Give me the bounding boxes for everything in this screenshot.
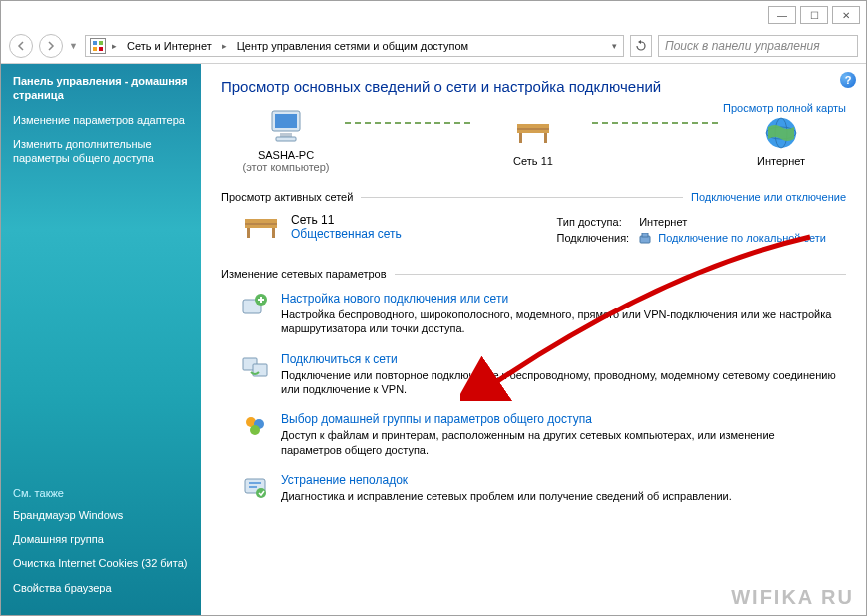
- homegroup-icon: [241, 412, 269, 440]
- map-node-sublabel: (этот компьютер): [242, 161, 329, 173]
- map-connector: [592, 122, 722, 124]
- control-panel-icon: [90, 38, 106, 54]
- chevron-right-icon: ▸: [110, 41, 119, 51]
- svg-rect-6: [280, 133, 292, 137]
- window: — ☐ ✕ ▼ ▸ Сеть и Интернет ▸ Центр управл…: [0, 0, 867, 616]
- sidebar-seealso-homegroup[interactable]: Домашняя группа: [13, 532, 189, 546]
- sidebar-home-link[interactable]: Панель управления - домашняя страница: [13, 74, 189, 103]
- sidebar-seealso-browser[interactable]: Свойства браузера: [13, 581, 189, 595]
- seealso-heading: См. также: [13, 486, 189, 500]
- svg-rect-2: [93, 47, 97, 51]
- breadcrumb-item[interactable]: Центр управления сетями и общим доступом: [233, 40, 472, 52]
- full-map-link[interactable]: Просмотр полной карты: [723, 102, 846, 114]
- section-label: Изменение сетевых параметров: [221, 268, 387, 280]
- chevron-down-icon[interactable]: ▾: [610, 41, 619, 51]
- svg-rect-19: [272, 228, 275, 238]
- sidebar: Панель управления - домашняя страница Из…: [1, 64, 201, 615]
- arrow-left-icon: [16, 41, 26, 51]
- page-title: Просмотр основных сведений о сети и наст…: [221, 78, 846, 95]
- param-desc: Подключение или повторное подключение к …: [281, 368, 836, 397]
- sidebar-seealso-firewall[interactable]: Брандмауэр Windows: [13, 508, 189, 522]
- bench-icon: [513, 115, 553, 151]
- minimize-button[interactable]: —: [768, 6, 796, 24]
- svg-point-29: [250, 425, 260, 435]
- param-title[interactable]: Устранение неполадок: [281, 473, 732, 487]
- param-item-new-connection[interactable]: Настройка нового подключения или сети На…: [221, 286, 846, 346]
- connect-network-icon: [241, 352, 269, 380]
- network-type-link[interactable]: Общественная сеть: [291, 227, 402, 241]
- svg-rect-11: [544, 133, 547, 143]
- svg-rect-3: [99, 47, 103, 51]
- arrow-right-icon: [46, 41, 56, 51]
- troubleshoot-icon: [241, 473, 269, 501]
- connection-link[interactable]: Подключение по локальной сети: [658, 232, 826, 244]
- network-map: SASHA-PC (этот компьютер) Сеть 11 Интерн…: [221, 109, 846, 183]
- breadcrumb[interactable]: ▸ Сеть и Интернет ▸ Центр управления сет…: [85, 35, 624, 57]
- param-title[interactable]: Выбор домашней группы и параметров общег…: [281, 412, 836, 426]
- connect-disconnect-link[interactable]: Подключение или отключение: [691, 191, 846, 203]
- computer-icon: [266, 109, 306, 145]
- main-panel: ? Просмотр основных сведений о сети и на…: [201, 64, 866, 615]
- svg-rect-18: [247, 228, 250, 238]
- svg-rect-12: [517, 128, 549, 130]
- watermark: WIFIKA RU: [731, 586, 854, 609]
- network-details: Тип доступа: Интернет Подключения: Подкл…: [555, 213, 836, 248]
- svg-rect-20: [245, 223, 277, 225]
- map-node-internet: Интернет: [726, 115, 836, 167]
- section-active-networks: Просмотр активных сетей Подключение или …: [221, 191, 846, 203]
- search-placeholder: Поиск в панели управления: [665, 39, 820, 53]
- access-type-label: Тип доступа:: [557, 215, 638, 229]
- svg-point-31: [256, 488, 266, 498]
- param-item-troubleshoot[interactable]: Устранение неполадок Диагностика и испра…: [221, 467, 846, 513]
- svg-rect-10: [519, 133, 522, 143]
- param-desc: Настройка беспроводного, широкополосного…: [281, 308, 836, 336]
- new-connection-icon: [241, 292, 269, 319]
- map-connector: [345, 122, 474, 124]
- refresh-button[interactable]: [630, 35, 652, 57]
- map-node-network: Сеть 11: [478, 115, 588, 167]
- sidebar-item-adapter-settings[interactable]: Изменение параметров адаптера: [13, 113, 189, 127]
- svg-rect-1: [99, 41, 103, 45]
- svg-rect-8: [517, 124, 549, 128]
- access-type-value: Интернет: [639, 215, 834, 229]
- param-item-homegroup[interactable]: Выбор домашней группы и параметров общег…: [221, 406, 846, 467]
- maximize-button[interactable]: ☐: [800, 6, 828, 24]
- search-input[interactable]: Поиск в панели управления: [658, 35, 858, 57]
- network-name: Сеть 11: [291, 213, 402, 227]
- lan-icon: [639, 233, 651, 245]
- titlebar: — ☐ ✕: [1, 1, 866, 29]
- sidebar-item-sharing-settings[interactable]: Изменить дополнительные параметры общего…: [13, 137, 189, 166]
- svg-rect-9: [517, 130, 549, 133]
- map-node-label: Сеть 11: [513, 155, 553, 167]
- address-bar: ▼ ▸ Сеть и Интернет ▸ Центр управления с…: [1, 29, 866, 63]
- refresh-icon: [635, 40, 647, 52]
- active-network-row: Сеть 11 Общественная сеть Тип доступа: И…: [221, 209, 846, 260]
- svg-rect-0: [93, 41, 97, 45]
- history-dropdown[interactable]: ▼: [69, 41, 79, 51]
- map-node-label: Интернет: [757, 155, 805, 167]
- help-icon[interactable]: ?: [840, 72, 856, 88]
- param-desc: Диагностика и исправление сетевых пробле…: [281, 489, 732, 503]
- section-label: Просмотр активных сетей: [221, 191, 353, 203]
- param-desc: Доступ к файлам и принтерам, расположенн…: [281, 428, 836, 457]
- section-network-params: Изменение сетевых параметров: [221, 268, 846, 280]
- svg-rect-22: [642, 233, 648, 237]
- map-node-label: SASHA-PC: [258, 149, 314, 161]
- param-title[interactable]: Настройка нового подключения или сети: [281, 292, 836, 306]
- svg-rect-16: [245, 219, 277, 223]
- svg-rect-7: [276, 137, 296, 141]
- param-item-connect-network[interactable]: Подключиться к сети Подключение или повт…: [221, 346, 846, 407]
- forward-button[interactable]: [39, 34, 63, 58]
- breadcrumb-item[interactable]: Сеть и Интернет: [123, 40, 216, 52]
- content-area: Панель управления - домашняя страница Из…: [1, 63, 866, 615]
- close-button[interactable]: ✕: [832, 6, 860, 24]
- globe-icon: [761, 115, 801, 151]
- svg-rect-17: [245, 225, 277, 228]
- sidebar-seealso-cookies[interactable]: Очистка Internet Cookies (32 бита): [13, 556, 189, 570]
- chevron-right-icon: ▸: [220, 41, 229, 51]
- back-button[interactable]: [9, 34, 33, 58]
- bench-icon: [241, 213, 281, 243]
- param-title[interactable]: Подключиться к сети: [281, 352, 836, 366]
- map-node-pc: SASHA-PC (этот компьютер): [231, 109, 341, 173]
- connections-label: Подключения:: [557, 231, 638, 246]
